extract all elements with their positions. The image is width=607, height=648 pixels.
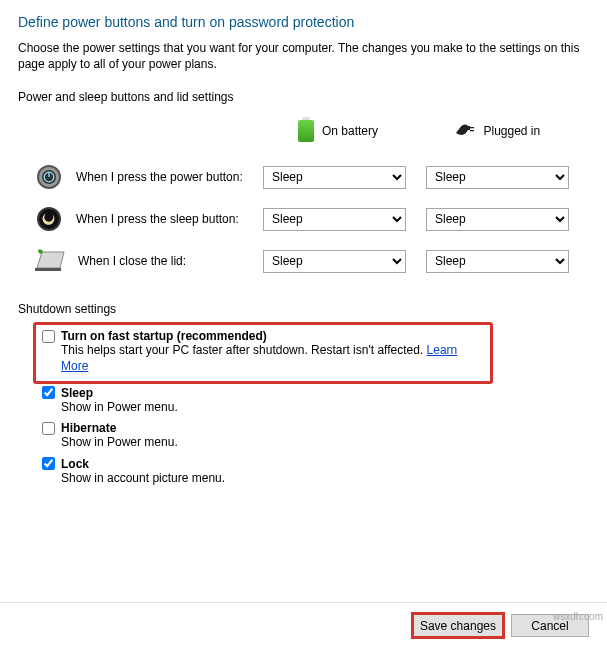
on-battery-header: On battery — [322, 124, 378, 138]
section-shutdown-label: Shutdown settings — [18, 302, 589, 316]
sleep-button-label: When I press the sleep button: — [76, 212, 263, 226]
power-button-battery-select[interactable]: Sleep — [263, 166, 406, 189]
hibernate-desc: Show in Power menu. — [61, 435, 583, 451]
page-title: Define power buttons and turn on passwor… — [18, 14, 589, 30]
save-changes-button[interactable]: Save changes — [413, 614, 503, 637]
column-headers: On battery Plugged in — [298, 112, 589, 156]
svg-rect-1 — [470, 130, 474, 131]
fast-startup-checkbox[interactable] — [42, 330, 55, 343]
watermark: wsxdh.com — [553, 611, 603, 622]
close-lid-plugged-select[interactable]: Sleep — [426, 250, 569, 273]
svg-rect-0 — [470, 127, 474, 128]
hibernate-option: Hibernate Show in Power menu. — [36, 419, 589, 455]
power-button-label: When I press the power button: — [76, 170, 263, 184]
fast-startup-title: Turn on fast startup (recommended) — [61, 329, 267, 343]
svg-point-8 — [39, 209, 59, 229]
close-lid-row: When I close the lid: Sleep Sleep — [18, 240, 589, 282]
hibernate-checkbox[interactable] — [42, 422, 55, 435]
hibernate-title: Hibernate — [61, 421, 116, 435]
close-lid-battery-select[interactable]: Sleep — [263, 250, 406, 273]
battery-icon — [298, 120, 314, 142]
power-button-row: When I press the power button: Sleep Sle… — [18, 156, 589, 198]
fast-startup-option-highlighted: Turn on fast startup (recommended) This … — [33, 322, 493, 383]
plugged-in-header: Plugged in — [484, 124, 541, 138]
sleep-button-battery-select[interactable]: Sleep — [263, 208, 406, 231]
button-bar: Save changes Cancel — [0, 602, 607, 648]
laptop-lid-icon — [34, 244, 66, 278]
power-button-plugged-select[interactable]: Sleep — [426, 166, 569, 189]
page-subtitle: Choose the power settings that you want … — [18, 40, 589, 72]
sleep-option: Sleep Show in Power menu. — [36, 384, 589, 420]
sleep-desc: Show in Power menu. — [61, 400, 583, 416]
lock-desc: Show in account picture menu. — [61, 471, 583, 487]
sleep-checkbox[interactable] — [42, 386, 55, 399]
power-button-icon — [34, 160, 64, 194]
sleep-button-row: When I press the sleep button: Sleep Sle… — [18, 198, 589, 240]
section-power-sleep-label: Power and sleep buttons and lid settings — [18, 90, 589, 104]
close-lid-label: When I close the lid: — [78, 254, 263, 268]
sleep-button-icon — [34, 202, 64, 236]
sleep-title: Sleep — [61, 386, 93, 400]
lock-option: Lock Show in account picture menu. — [36, 455, 589, 491]
svg-rect-9 — [35, 268, 61, 271]
plug-icon — [454, 124, 476, 138]
sleep-button-plugged-select[interactable]: Sleep — [426, 208, 569, 231]
lock-title: Lock — [61, 457, 89, 471]
lock-checkbox[interactable] — [42, 457, 55, 470]
fast-startup-desc: This helps start your PC faster after sh… — [61, 343, 427, 357]
